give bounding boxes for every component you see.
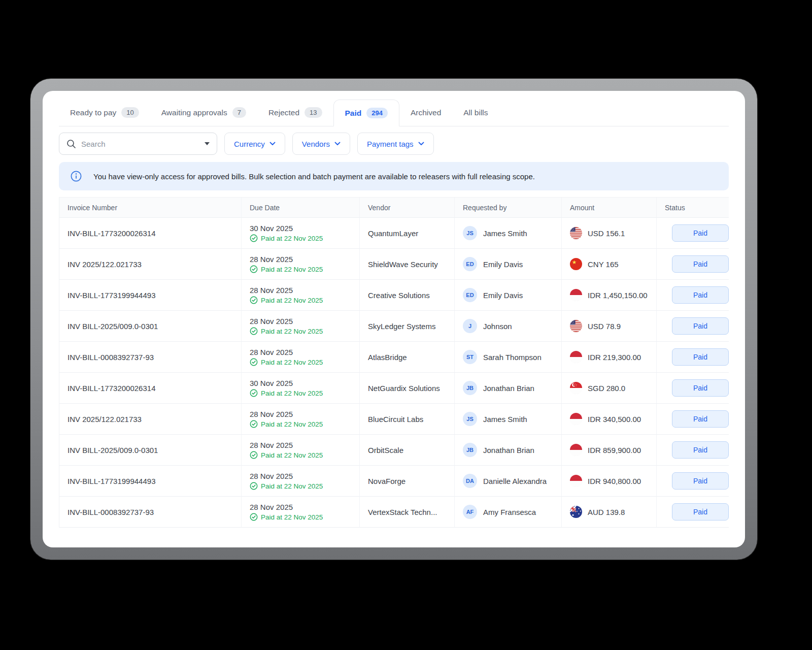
tab-label: All bills — [463, 108, 488, 117]
amount-value: IDR 1,450,150.00 — [588, 291, 648, 300]
paid-at-text: Paid at 22 Nov 2025 — [261, 266, 323, 273]
filter-label: Currency — [234, 140, 265, 148]
avatar: JB — [463, 443, 477, 457]
search-box[interactable] — [59, 133, 217, 155]
due-date-cell: 30 Nov 2025 Paid at 22 Nov 2025 — [242, 373, 360, 404]
tab-label: Ready to pay — [70, 108, 116, 117]
currency-flag-icon — [570, 382, 582, 394]
tab[interactable]: Paid 294 — [333, 100, 399, 126]
due-date: 30 Nov 2025 — [250, 224, 293, 233]
status-paid-button[interactable]: Paid — [672, 472, 729, 490]
filter-dropdown-button[interactable]: Currency — [224, 133, 285, 155]
tab[interactable]: All bills — [452, 99, 499, 126]
due-date: 28 Nov 2025 — [250, 503, 293, 511]
vendor-name: SkyLedger Systems — [360, 311, 455, 342]
status-paid-button[interactable]: Paid — [672, 255, 729, 273]
status-cell: Paid — [657, 280, 729, 311]
status-paid-button[interactable]: Paid — [672, 410, 729, 428]
check-circle-icon — [250, 513, 258, 521]
vendor-name: NovaForge — [360, 466, 455, 497]
requested-by-cell: JB Jonathan Brian — [455, 435, 562, 466]
avatar: JS — [463, 412, 477, 426]
status-cell: Paid — [657, 466, 729, 497]
tab[interactable]: Archived — [399, 99, 452, 126]
paid-at-line: Paid at 22 Nov 2025 — [250, 389, 323, 397]
status-paid-button[interactable]: Paid — [672, 286, 729, 304]
status-paid-button[interactable]: Paid — [672, 348, 729, 366]
amount-value: IDR 340,500.00 — [588, 415, 641, 424]
status-paid-button[interactable]: Paid — [672, 224, 729, 242]
info-icon — [70, 170, 82, 182]
status-cell: Paid — [657, 249, 729, 280]
filter-dropdown-button[interactable]: Payment tags — [357, 133, 434, 155]
status-paid-button[interactable]: Paid — [672, 317, 729, 335]
due-date: 28 Nov 2025 — [250, 472, 293, 480]
requester-name: Emily Davis — [483, 291, 523, 300]
requested-by-cell: JS James Smith — [455, 404, 562, 435]
tab[interactable]: Ready to pay 10 — [59, 99, 150, 126]
search-input[interactable] — [81, 140, 199, 148]
requester-name: James Smith — [483, 415, 527, 424]
status-paid-button[interactable]: Paid — [672, 379, 729, 397]
requester-name: Jonathan Brian — [483, 384, 534, 393]
tab-label: Archived — [411, 108, 441, 117]
due-date-cell: 28 Nov 2025 Paid at 22 Nov 2025 — [242, 466, 360, 497]
amount-value: USD 156.1 — [588, 229, 625, 238]
amount-cell: IDR 340,500.00 — [562, 404, 657, 435]
currency-flag-icon — [570, 289, 582, 301]
due-date-cell: 28 Nov 2025 Paid at 22 Nov 2025 — [242, 342, 360, 373]
paid-at-text: Paid at 22 Nov 2025 — [261, 297, 323, 304]
tablet-frame: Ready to pay 10 Awaiting approvals 7 Rej… — [30, 79, 757, 560]
requested-by-cell: ST Sarah Thompson — [455, 342, 562, 373]
due-date: 28 Nov 2025 — [250, 317, 293, 326]
avatar: ST — [463, 350, 477, 364]
tab[interactable]: Rejected 13 — [257, 99, 333, 126]
currency-flag-icon — [570, 351, 582, 363]
due-date: 28 Nov 2025 — [250, 441, 293, 449]
info-banner: You have view-only access for approved b… — [59, 162, 729, 190]
caret-down-icon[interactable] — [205, 142, 210, 145]
paid-at-line: Paid at 22 Nov 2025 — [250, 327, 323, 335]
currency-flag-icon — [570, 413, 582, 425]
paid-at-text: Paid at 22 Nov 2025 — [261, 235, 323, 242]
column-header: Due Date — [242, 198, 360, 218]
amount-cell: CNY 165 — [562, 249, 657, 280]
currency-flag-icon — [570, 258, 582, 270]
amount-cell: USD 156.1 — [562, 218, 657, 249]
status-paid-button[interactable]: Paid — [672, 441, 729, 459]
due-date: 30 Nov 2025 — [250, 379, 293, 387]
currency-flag-icon — [570, 444, 582, 456]
chevron-down-icon — [418, 142, 424, 146]
currency-flag-icon — [570, 475, 582, 487]
invoice-number: INV 2025/122.021733 — [59, 404, 242, 435]
requester-name: Jonathan Brian — [483, 446, 534, 454]
amount-value: SGD 280.0 — [588, 384, 625, 393]
due-date-cell: 28 Nov 2025 Paid at 22 Nov 2025 — [242, 280, 360, 311]
paid-at-text: Paid at 22 Nov 2025 — [261, 359, 323, 366]
requester-name: James Smith — [483, 229, 527, 238]
requested-by-cell: ED Emily Davis — [455, 249, 562, 280]
requested-by-cell: ED Emily Davis — [455, 280, 562, 311]
invoice-number: INV BILL-2025/009.0-0301 — [59, 311, 242, 342]
requested-by-cell: AF Amy Fransesca — [455, 497, 562, 528]
filter-dropdown-button[interactable]: Vendors — [292, 133, 350, 155]
check-circle-icon — [250, 234, 258, 242]
requester-name: Emily Davis — [483, 260, 523, 269]
check-circle-icon — [250, 389, 258, 397]
status-paid-button[interactable]: Paid — [672, 503, 729, 521]
filter-label: Payment tags — [367, 140, 414, 148]
chevron-down-icon — [269, 142, 276, 146]
invoice-number: INV-BILL-0008392737-93 — [59, 342, 242, 373]
check-circle-icon — [250, 327, 258, 335]
vendor-name: OrbitScale — [360, 435, 455, 466]
tab[interactable]: Awaiting approvals 7 — [150, 99, 257, 126]
paid-at-text: Paid at 22 Nov 2025 — [261, 389, 323, 397]
paid-at-text: Paid at 22 Nov 2025 — [261, 513, 323, 521]
amount-value: USD 78.9 — [588, 322, 621, 331]
paid-at-line: Paid at 22 Nov 2025 — [250, 358, 323, 366]
avatar: ED — [463, 257, 477, 271]
amount-cell: IDR 940,800.00 — [562, 466, 657, 497]
requester-name: Danielle Alexandra — [483, 477, 547, 485]
status-cell: Paid — [657, 497, 729, 528]
paid-at-line: Paid at 22 Nov 2025 — [250, 296, 323, 304]
